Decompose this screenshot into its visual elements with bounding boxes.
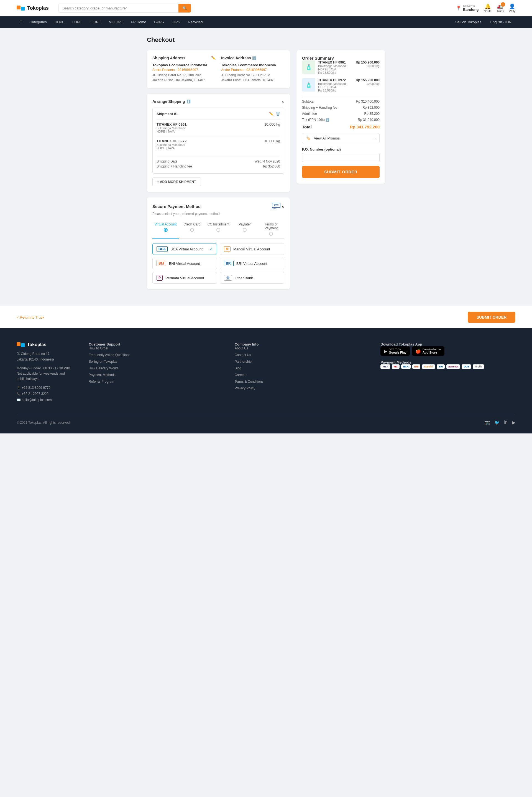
promo-button[interactable]: 🏷️ View All Promos ›: [302, 133, 380, 143]
tab-terms-of-payment[interactable]: Terms of Payment: [258, 220, 284, 238]
shipping-address-actions: ✏️: [211, 56, 215, 60]
search-bar: 🔍: [58, 4, 191, 13]
submit-order-bottom-button[interactable]: SUBMIT ORDER: [468, 312, 515, 323]
hamburger-icon[interactable]: ☰: [17, 16, 25, 28]
footer-about-us[interactable]: About Us: [235, 346, 369, 350]
tab-cc-installment[interactable]: CC Installment: [205, 220, 231, 238]
nav-ldpe[interactable]: LDPE: [69, 16, 86, 28]
search-button[interactable]: 🔍: [178, 4, 191, 13]
product-1-info: TITANEX HF 0961 Bukitmega Masabadi HDPE …: [156, 122, 187, 133]
footer-customer-support-title: Customer Support: [89, 342, 224, 346]
nav-right: Sell on Tokoplas English - IDR: [451, 16, 515, 28]
search-input[interactable]: [58, 4, 178, 13]
footer-blog[interactable]: Blog: [235, 366, 369, 370]
deliver-to-text: Deliver to Bandung: [463, 4, 478, 12]
nav-categories[interactable]: Categories: [25, 16, 51, 28]
payment-option-mandiri[interactable]: M Mandiri Virtual Account: [220, 243, 284, 255]
product-row-2: TITANEX HF 0972 Bukitmega Masabadi HDPE …: [156, 136, 280, 152]
notifs-button[interactable]: 🔔 Notifs: [484, 3, 492, 13]
order-item-1-sub2: HDPE | JAVA: [318, 68, 353, 71]
shipping-collapse-icon[interactable]: ∧: [282, 99, 284, 104]
submit-order-button[interactable]: SUBMIT ORDER: [302, 166, 380, 178]
order-item-1-qty: 10.000 kg: [356, 64, 380, 68]
app-store-icon: 🍎: [415, 349, 421, 354]
twitter-icon[interactable]: 🐦: [494, 420, 500, 425]
footer-selling[interactable]: Selling on Tokoplas: [89, 360, 224, 364]
order-item-1-amount: Rp 155.200.000: [356, 60, 380, 64]
logo-text: Tokoplas: [27, 5, 49, 11]
mandiri-label: Mandiri Virtual Account: [233, 247, 270, 251]
address-section: Shipping Address ✏️ Tokoplas Ecommerce I…: [147, 50, 290, 88]
footer-logo: Tokoplas: [17, 342, 78, 347]
nav-recycled[interactable]: Recycled: [184, 16, 206, 28]
bni-label: BNI Virtual Account: [169, 261, 200, 266]
tab-paylater[interactable]: Paylater: [232, 220, 258, 238]
instagram-icon[interactable]: 📷: [484, 420, 490, 425]
footer-terms[interactable]: Terms & Conditions: [235, 380, 369, 383]
tab-credit-card[interactable]: Credit Card: [179, 220, 205, 238]
nav-hips[interactable]: HIPS: [168, 16, 184, 28]
payment-collapse-icon[interactable]: ∧: [282, 204, 284, 209]
edit-shipping-icon[interactable]: ✏️: [211, 56, 215, 60]
payment-option-bni[interactable]: BNI BNI Virtual Account: [152, 258, 217, 269]
po-input[interactable]: [302, 153, 380, 162]
footer-contact-us[interactable]: Contact Us: [235, 353, 369, 357]
radio-credit-card: [190, 228, 194, 232]
nav-pp-homo[interactable]: PP Homo: [127, 16, 150, 28]
shipment-header: Shipment #1 ✏️ 🗑️: [156, 112, 280, 116]
footer-faq[interactable]: Frequently Asked Questions: [89, 353, 224, 357]
nav-gpps[interactable]: GPPS: [150, 16, 168, 28]
shipping-date-value: Wed, 4 Nov 2020: [254, 160, 280, 163]
shipping-value: Rp 352.000: [362, 106, 380, 110]
truck-button[interactable]: 🚛 1 Truck: [496, 3, 504, 13]
footer-delivery[interactable]: How Delivery Works: [89, 366, 224, 370]
page-title: Checkout: [147, 36, 385, 43]
nav-hdpe[interactable]: HDPE: [51, 16, 69, 28]
deliver-to[interactable]: 📍 Deliver to Bandung: [456, 4, 478, 12]
checkout-left: Shipping Address ✏️ Tokoplas Ecommerce I…: [147, 50, 290, 289]
delete-shipment-icon[interactable]: 🗑️: [276, 112, 280, 116]
app-store-button[interactable]: 🍎 Download on the App Store: [412, 346, 445, 356]
footer-privacy[interactable]: Privacy Policy: [235, 386, 369, 390]
shipping-info-icon: ℹ️: [187, 99, 191, 104]
footer-payment-methods[interactable]: Payment Methods: [89, 373, 224, 377]
return-to-truck-link[interactable]: < Return to Truck: [17, 315, 44, 320]
linkedin-icon[interactable]: in: [504, 420, 508, 425]
product-1-sub: Bukitmega Masabadi: [156, 126, 187, 130]
pay-uob: UOB: [462, 364, 471, 369]
footer-referral[interactable]: Referral Program: [89, 380, 224, 383]
footer-phone-1: 📱 +62 813 8999 9779: [17, 385, 78, 391]
product-1-name: TITANEX HF 0961: [156, 122, 187, 126]
order-item-2-qty: 10.000 kg: [356, 82, 380, 86]
user-icon: 👤: [509, 3, 515, 10]
logo-square-orange: [17, 5, 20, 10]
search-icon: 🔍: [182, 6, 187, 10]
footer-careers[interactable]: Careers: [235, 373, 369, 377]
footer-partnership[interactable]: Partnership: [235, 360, 369, 364]
navigation: ☰ Categories HDPE LDPE LLDPE MLLDPE PP H…: [0, 16, 532, 28]
add-shipment-button[interactable]: + ADD MORE SHIPMENT: [152, 178, 201, 186]
order-item-2-sub1: Bukitmega Masabadi: [318, 82, 353, 86]
payment-option-bca[interactable]: BCA BCA Virtual Account ✓: [152, 243, 217, 255]
tab-virtual-account[interactable]: Virtual Account: [152, 220, 179, 238]
google-play-button[interactable]: ▶ GET IT ON Google Play: [380, 346, 410, 356]
footer-how-to-order[interactable]: How to Order: [89, 346, 224, 350]
edit-shipment-icon[interactable]: ✏️: [269, 112, 273, 116]
nav-language[interactable]: English - IDR: [486, 16, 515, 28]
product-2-qty: 10.000 kg: [264, 139, 280, 143]
user-button[interactable]: 👤 Willy: [509, 3, 515, 13]
payment-option-permata[interactable]: P Permata Virtual Account: [152, 272, 217, 284]
nav-mlldpe[interactable]: MLLDPE: [105, 16, 127, 28]
nav-sell[interactable]: Sell on Tokoplas: [451, 16, 485, 28]
mandiri-logo: M: [224, 246, 230, 252]
user-label: Willy: [509, 10, 515, 13]
payment-options-grid: BCA BCA Virtual Account ✓ M Mandiri Virt…: [152, 243, 284, 284]
nav-lldpe[interactable]: LLDPE: [86, 16, 105, 28]
logo[interactable]: Tokoplas: [17, 5, 53, 11]
payment-option-bri[interactable]: BRI BRI Virtual Account: [220, 258, 284, 269]
payment-option-other[interactable]: 🏦 Other Bank: [220, 272, 284, 284]
youtube-icon[interactable]: ▶: [512, 420, 515, 425]
notifs-label: Notifs: [484, 10, 492, 13]
app-store-text: Download on the App Store: [422, 348, 441, 354]
product-2-name: TITANEX HF 0972: [156, 139, 187, 143]
